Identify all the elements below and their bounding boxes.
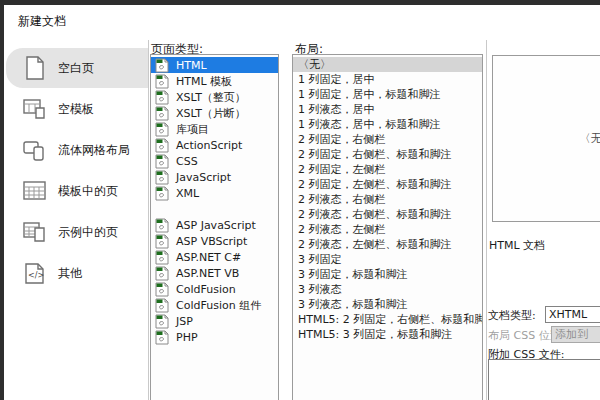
layout-item[interactable]: 〈无〉: [293, 57, 482, 72]
layout-item-label: 2 列固定，右侧栏: [298, 132, 386, 147]
layout-item[interactable]: 2 列固定，右侧栏: [293, 132, 482, 147]
doctype-label: 文档类型:: [488, 308, 536, 323]
preview-placeholder: 〈无预览〉: [580, 131, 600, 146]
page-type-item-label: HTML 模板: [176, 74, 232, 89]
layout-item[interactable]: 3 列液态，标题和脚注: [293, 297, 482, 312]
page-type-item-label: XSLT（片断）: [176, 106, 246, 121]
layout-item-label: HTML5: 3 列固定，标题和脚注: [298, 327, 452, 342]
layout-item[interactable]: 2 列固定，左侧栏: [293, 162, 482, 177]
page-type-item-label: XML: [176, 187, 199, 200]
file-page-icon: [155, 218, 169, 233]
file-page-icon: [155, 314, 169, 329]
code-page-icon: </>: [22, 260, 48, 286]
file-page-icon: [155, 74, 169, 89]
layout-item-label: 2 列液态，左侧栏、标题和脚注: [298, 237, 452, 252]
page-type-item-label: ASP.NET VB: [176, 267, 239, 280]
sidebar-item-blank-template[interactable]: 空模板: [6, 89, 148, 129]
svg-text:</>: </>: [28, 271, 44, 280]
page-type-item-label: ActionScript: [176, 139, 242, 152]
layout-item[interactable]: 2 列液态，左侧栏: [293, 222, 482, 237]
layout-item-label: 1 列固定，居中: [298, 72, 375, 87]
page-type-item[interactable]: 库项目: [151, 121, 278, 137]
sidebar-item-label: 流体网格布局: [58, 142, 130, 159]
page-type-item-label: ASP JavaScript: [176, 219, 256, 232]
layout-css-value: 添加到: [555, 327, 588, 342]
file-page-icon: [155, 138, 169, 153]
layout-item[interactable]: 2 列液态，右侧栏: [293, 192, 482, 207]
list-gap: [151, 201, 278, 217]
page-type-item[interactable]: XML: [151, 185, 278, 201]
page-type-item[interactable]: HTML 模板: [151, 73, 278, 89]
sidebar-item-label: 其他: [58, 265, 82, 282]
page-type-item[interactable]: ColdFusion 组件: [151, 297, 278, 313]
layout-item[interactable]: 1 列液态，居中，标题和脚注: [293, 117, 482, 132]
file-page-icon: [155, 250, 169, 265]
layout-item[interactable]: 2 列固定，左侧栏、标题和脚注: [293, 177, 482, 192]
page-type-list[interactable]: HTMLHTML 模板XSLT（整页）XSLT（片断）库项目ActionScri…: [150, 54, 279, 400]
layout-item[interactable]: 1 列固定，居中，标题和脚注: [293, 87, 482, 102]
layout-item-label: 1 列液态，居中，标题和脚注: [298, 117, 441, 132]
layout-item[interactable]: 1 列液态，居中: [293, 102, 482, 117]
file-page-icon: [155, 186, 169, 201]
page-type-item[interactable]: JSP: [151, 313, 278, 329]
page-from-template-icon: [22, 178, 48, 204]
layout-item[interactable]: 2 列固定，右侧栏、标题和脚注: [293, 147, 482, 162]
layout-css-select[interactable]: 添加到: [551, 326, 600, 343]
page-type-item[interactable]: XSLT（片断）: [151, 105, 278, 121]
layout-item[interactable]: 3 列固定，标题和脚注: [293, 267, 482, 282]
layout-item[interactable]: 3 列液态: [293, 282, 482, 297]
page-type-item-label: ASP.NET C#: [176, 251, 241, 264]
sidebar-content-divider: [148, 40, 149, 400]
file-page-icon: [155, 58, 169, 73]
page-type-item-label: PHP: [176, 331, 198, 344]
file-page-icon: [155, 90, 169, 105]
page-type-item[interactable]: ColdFusion: [151, 281, 278, 297]
page-type-item-label: ColdFusion: [176, 283, 236, 296]
page-type-item[interactable]: HTML: [151, 57, 278, 73]
layout-item[interactable]: 2 列液态，左侧栏、标题和脚注: [293, 237, 482, 252]
sidebar-item-fluid-grid[interactable]: 流体网格布局: [6, 130, 148, 170]
page-type-item[interactable]: CSS: [151, 153, 278, 169]
file-page-icon: [155, 282, 169, 297]
layout-item[interactable]: 1 列固定，居中: [293, 72, 482, 87]
page-type-item[interactable]: JavaScript: [151, 169, 278, 185]
page-type-item-label: 库项目: [176, 122, 209, 137]
window-chrome-left: [0, 0, 4, 400]
page-type-item-label: XSLT（整页）: [176, 90, 246, 105]
sidebar-item-other[interactable]: </> 其他: [6, 253, 148, 293]
page-type-item[interactable]: ASP JavaScript: [151, 217, 278, 233]
doctype-select[interactable]: XHTML: [545, 306, 600, 323]
page-type-item[interactable]: ASP.NET VB: [151, 265, 278, 281]
layout-item[interactable]: HTML5: 3 列固定，标题和脚注: [293, 327, 482, 342]
layout-item-label: 2 列液态，左侧栏: [298, 222, 386, 237]
sidebar-item-page-from-template[interactable]: 模板中的页: [6, 171, 148, 211]
sidebar-item-blank-page[interactable]: 空白页: [6, 48, 148, 88]
page-type-item[interactable]: PHP: [151, 329, 278, 345]
page-type-item[interactable]: ASP.NET C#: [151, 249, 278, 265]
layout-item[interactable]: 2 列液态，右侧栏、标题和脚注: [293, 207, 482, 222]
layout-item-label: 2 列液态，右侧栏、标题和脚注: [298, 207, 452, 222]
content-preview-divider: [486, 40, 487, 400]
file-page-icon: [155, 106, 169, 121]
file-page-icon: [155, 234, 169, 249]
page-type-item[interactable]: XSLT（整页）: [151, 89, 278, 105]
layout-list[interactable]: 〈无〉1 列固定，居中1 列固定，居中，标题和脚注1 列液态，居中1 列液态，居…: [292, 54, 483, 400]
layout-item-label: 1 列液态，居中: [298, 102, 375, 117]
file-page-icon: [155, 170, 169, 185]
sidebar-item-label: 空模板: [58, 101, 94, 118]
layout-item-label: 3 列液态: [298, 282, 342, 297]
preview-box: 〈无预览〉: [492, 55, 600, 222]
sidebar-item-page-from-sample[interactable]: 示例中的页: [6, 212, 148, 252]
page-type-item[interactable]: ActionScript: [151, 137, 278, 153]
blank-page-icon: [22, 55, 48, 81]
page-type-item[interactable]: ASP VBScript: [151, 233, 278, 249]
layout-item-label: 3 列固定，标题和脚注: [298, 267, 408, 282]
preview-description: HTML 文档: [489, 238, 545, 253]
layout-item[interactable]: HTML5: 2 列固定，右侧栏、标题和脚注: [293, 312, 482, 327]
category-sidebar: 空白页 空模板 流体网格布局 模板中的页 示例中的页 </> 其他: [6, 48, 148, 294]
layout-item[interactable]: 3 列固定: [293, 252, 482, 267]
fluid-grid-icon: [22, 137, 48, 163]
page-from-sample-icon: [22, 219, 48, 245]
file-page-icon: [155, 122, 169, 137]
attach-css-file-list[interactable]: [488, 359, 600, 400]
